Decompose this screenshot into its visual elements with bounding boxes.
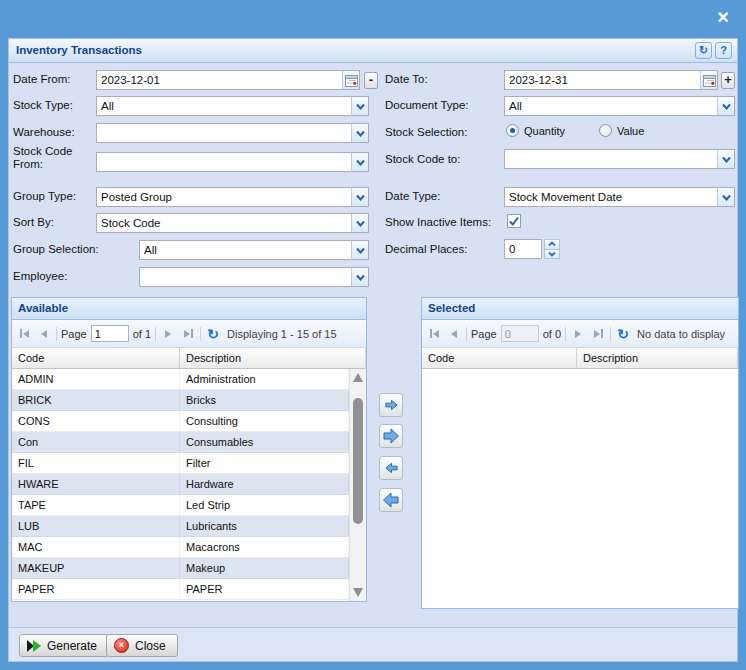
date-from-decrement-button[interactable]: - [364,72,378,89]
last-page-icon[interactable] [180,326,196,342]
stock-selection-label: Stock Selection: [385,126,467,139]
arrow-left-icon [384,462,399,474]
spinner-down-icon[interactable] [544,250,560,260]
refresh-icon[interactable]: ↻ [695,42,712,59]
value-radio[interactable]: Value [599,124,644,137]
refresh-icon[interactable]: ↻ [615,326,631,342]
value-radio-label: Value [617,125,644,137]
close-circle-icon: × [114,638,129,653]
chevron-down-icon [717,150,734,168]
table-row[interactable]: CONSConsulting [12,411,349,432]
page-number-input[interactable] [501,325,539,342]
table-row[interactable]: PAPERPAPER [12,579,349,600]
help-icon[interactable]: ? [715,42,732,59]
move-all-left-button[interactable] [379,488,403,512]
date-from-field[interactable] [96,70,360,90]
table-row[interactable]: MAKEUPMakeup [12,558,349,579]
page-number-input[interactable] [91,325,129,342]
date-from-input[interactable] [97,73,342,87]
double-arrow-right-icon [382,428,400,444]
prev-page-icon[interactable] [446,326,462,342]
toolbar-separator [155,327,156,341]
group-selection-select[interactable]: All [139,240,369,260]
cell-description: Administration [180,369,349,389]
inventory-transactions-dialog: Inventory Transactions ↻ ? Date From: St… [8,38,738,662]
group-selection-value: All [140,244,351,256]
table-row[interactable]: ADMINAdministration [12,369,349,390]
show-inactive-label: Show Inactive Items: [385,216,491,229]
cell-code: BRICK [12,390,180,410]
employee-label: Employee: [13,270,67,283]
stock-type-label: Stock Type: [13,99,73,112]
employee-select[interactable] [139,267,369,287]
quantity-radio[interactable]: Quantity [506,124,565,137]
window-close-icon[interactable]: × [711,5,735,29]
warehouse-select[interactable] [96,123,369,143]
show-inactive-checkbox[interactable] [507,214,521,228]
vertical-scrollbar[interactable] [349,369,366,601]
chevron-down-icon [351,97,368,115]
stock-code-to-select[interactable] [504,149,735,169]
move-right-button[interactable] [379,393,403,417]
chevron-down-icon [351,214,368,232]
scroll-up-icon[interactable] [353,373,363,382]
toolbar-separator [466,327,467,341]
available-grid-header: Code Description [12,348,366,369]
table-row[interactable]: FILFilter [12,453,349,474]
cell-code: LUB [12,516,180,536]
table-row[interactable]: ConConsumables [12,432,349,453]
last-page-icon[interactable] [590,326,606,342]
cell-code: FIL [12,453,180,473]
document-type-value: All [505,100,717,112]
generate-button[interactable]: Generate [19,634,109,657]
table-row[interactable]: HWAREHardware [12,474,349,495]
table-row[interactable]: MACMacacrons [12,537,349,558]
page-title: Inventory Transactions [16,44,142,56]
sort-by-select[interactable]: Stock Code [96,213,369,233]
calendar-icon[interactable] [342,71,359,89]
column-header-code[interactable]: Code [422,348,577,368]
group-type-select[interactable]: Posted Group [96,187,369,207]
refresh-icon[interactable]: ↻ [205,326,221,342]
group-selection-label: Group Selection: [13,243,99,256]
cell-description: Macacrons [180,537,349,557]
next-page-icon[interactable] [160,326,176,342]
document-type-select[interactable]: All [504,96,735,116]
chevron-down-icon [717,188,734,206]
column-header-code[interactable]: Code [12,348,180,368]
prev-page-icon[interactable] [36,326,52,342]
next-page-icon[interactable] [570,326,586,342]
move-left-button[interactable] [379,456,403,480]
move-all-right-button[interactable] [379,424,403,448]
first-page-icon[interactable] [16,326,32,342]
table-row[interactable]: BRICKBricks [12,390,349,411]
column-header-description[interactable]: Description [577,348,738,368]
decimal-places-input[interactable] [504,239,542,259]
table-row[interactable]: LUBLubricants [12,516,349,537]
chevron-down-icon [351,268,368,286]
arrow-right-icon [384,399,399,411]
cell-description: Consulting [180,411,349,431]
scrollbar-thumb[interactable] [353,398,363,524]
stock-code-from-select[interactable] [96,152,369,172]
date-to-field[interactable] [504,70,718,90]
date-type-select[interactable]: Stock Movement Date [504,187,735,207]
column-header-description[interactable]: Description [180,348,366,368]
date-to-input[interactable] [505,73,700,87]
close-button[interactable]: × Close [106,634,178,657]
radio-icon [599,124,612,137]
first-page-icon[interactable] [426,326,442,342]
stock-type-value: All [97,100,351,112]
cell-description: Hardware [180,474,349,494]
scroll-down-icon[interactable] [353,588,363,597]
table-row[interactable]: TAPELed Strip [12,495,349,516]
chevron-down-icon [351,241,368,259]
calendar-icon[interactable] [700,71,717,89]
spinner-up-icon[interactable] [544,239,560,250]
cell-code: MAKEUP [12,558,180,578]
dialog-footer: Generate × Close [9,627,737,661]
dialog-titlebar: Inventory Transactions ↻ ? [9,39,737,63]
stock-type-select[interactable]: All [96,96,369,116]
chevron-down-icon [351,153,368,171]
date-to-increment-button[interactable]: + [721,72,735,89]
